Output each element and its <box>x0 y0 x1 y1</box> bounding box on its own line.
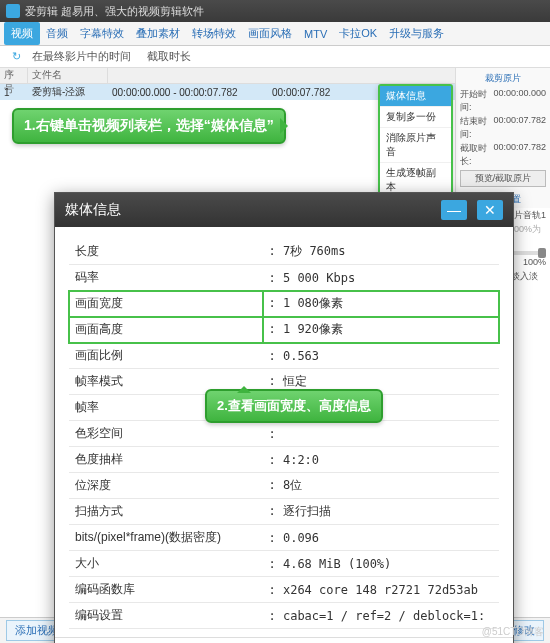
info-row: 画面宽度: 1 080像素 <box>69 291 499 317</box>
title-bar: 爱剪辑 超易用、强大的视频剪辑软件 <box>0 0 550 22</box>
info-row: 长度: 7秒 760ms <box>69 239 499 265</box>
info-row: 位深度: 8位 <box>69 473 499 499</box>
preview-trim-button[interactable]: 预览/截取原片 <box>460 170 546 187</box>
info-key: 编码设置 <box>69 603 263 629</box>
info-key: 色彩空间 <box>69 421 263 447</box>
info-key: 大小 <box>69 551 263 577</box>
subbar-label-time: 在最终影片中的时间 <box>24 49 139 64</box>
info-value: : 4.68 MiB (100%) <box>263 551 500 577</box>
info-value: : <box>263 421 500 447</box>
row-dur: 00:00:07.782 <box>272 87 330 98</box>
app-logo-icon <box>6 4 20 18</box>
end-value: 00:00:07.782 <box>493 115 546 141</box>
annotation-step2: 2.查看画面宽度、高度信息 <box>205 389 383 423</box>
tab-audio[interactable]: 音频 <box>40 26 74 41</box>
info-value: : x264 core 148 r2721 72d53ab <box>263 577 500 603</box>
info-row: 码率: 5 000 Kbps <box>69 265 499 291</box>
tab-mtv[interactable]: MTV <box>298 28 333 40</box>
minimize-icon[interactable]: — <box>441 200 467 220</box>
tab-subtitle[interactable]: 字幕特效 <box>74 26 130 41</box>
list-header: 序号 文件名 <box>0 68 455 84</box>
info-row: 色彩空间: <box>69 421 499 447</box>
info-value: : 7秒 760ms <box>263 239 500 265</box>
app-name: 爱剪辑 <box>25 4 58 19</box>
dialog-title: 媒体信息 <box>65 201 121 219</box>
info-key: 画面比例 <box>69 343 263 369</box>
section-trim-title: 裁剪原片 <box>460 72 546 85</box>
sub-toolbar: ↻ 在最终影片中的时间 截取时长 <box>0 46 550 68</box>
ctx-mute[interactable]: 消除原片声音 <box>380 128 451 163</box>
info-value: : 1 080像素 <box>263 291 500 317</box>
info-key: 编码函数库 <box>69 577 263 603</box>
video-list-panel: 序号 文件名 1 爱剪辑-泾源 00:00:00.000 - 00:00:07.… <box>0 68 455 208</box>
info-value: : 8位 <box>263 473 500 499</box>
row-num: 1 <box>4 87 32 98</box>
main-menu: 视频 音频 字幕特效 叠加素材 转场特效 画面风格 MTV 卡拉OK 升级与服务 <box>0 22 550 46</box>
tab-karaoke[interactable]: 卡拉OK <box>333 26 383 41</box>
close-icon[interactable]: ✕ <box>477 200 503 220</box>
start-label: 开始时间: <box>460 88 493 114</box>
dur-value: 00:00:07.782 <box>493 142 546 168</box>
row-name: 爱剪辑-泾源 <box>32 85 112 99</box>
info-row: 色度抽样: 4:2:0 <box>69 447 499 473</box>
info-key: 画面高度 <box>69 317 263 343</box>
info-key: 画面宽度 <box>69 291 263 317</box>
info-row: 大小: 4.68 MiB (100%) <box>69 551 499 577</box>
reload-icon[interactable]: ↻ <box>4 50 20 64</box>
ctx-media-info[interactable]: 媒体信息 <box>380 86 451 107</box>
info-value: : 逐行扫描 <box>263 499 500 525</box>
col-num: 序号 <box>0 68 28 83</box>
info-value: : 0.563 <box>263 343 500 369</box>
row-span: 00:00:00.000 - 00:00:07.782 <box>112 87 272 98</box>
info-value: : 1 920像素 <box>263 317 500 343</box>
info-row: bits/(pixel*frame)(数据密度): 0.096 <box>69 525 499 551</box>
info-key: 色度抽样 <box>69 447 263 473</box>
tab-style[interactable]: 画面风格 <box>242 26 298 41</box>
tab-video[interactable]: 视频 <box>4 22 40 45</box>
side-panel: 裁剪原片 开始时间:00:00:00.000 结束时间:00:00:07.782… <box>455 68 550 208</box>
info-key: 码率 <box>69 265 263 291</box>
dur-label: 截取时长: <box>460 142 493 168</box>
info-row: 编码设置: cabac=1 / ref=2 / deblock=1: <box>69 603 499 629</box>
watermark: @51CTO博客 <box>482 625 544 639</box>
media-info-dialog: 媒体信息 — ✕ 长度: 7秒 760ms码率: 5 000 Kbps画面宽度:… <box>54 192 514 643</box>
info-value: : cabac=1 / ref=2 / deblock=1: <box>263 603 500 629</box>
info-key: 扫描方式 <box>69 499 263 525</box>
dialog-titlebar: 媒体信息 — ✕ <box>55 193 513 227</box>
media-info-table: 长度: 7秒 760ms码率: 5 000 Kbps画面宽度: 1 080像素画… <box>69 239 499 629</box>
ctx-copy[interactable]: 复制多一份 <box>380 107 451 128</box>
col-name: 文件名 <box>28 68 108 83</box>
info-row: 编码函数库: x264 core 148 r2721 72d53ab <box>69 577 499 603</box>
info-row: 画面比例: 0.563 <box>69 343 499 369</box>
end-label: 结束时间: <box>460 115 493 141</box>
start-value: 00:00:00.000 <box>493 88 546 114</box>
tab-transition[interactable]: 转场特效 <box>186 26 242 41</box>
app-subtitle: 超易用、强大的视频剪辑软件 <box>61 4 204 19</box>
info-key: 位深度 <box>69 473 263 499</box>
info-value: : 0.096 <box>263 525 500 551</box>
annotation-step1: 1.右键单击视频列表栏，选择“媒体信息” <box>12 108 286 144</box>
subbar-label-dur: 截取时长 <box>139 49 199 64</box>
info-row: 画面高度: 1 920像素 <box>69 317 499 343</box>
info-key: 长度 <box>69 239 263 265</box>
info-value: : 5 000 Kbps <box>263 265 500 291</box>
info-row: 扫描方式: 逐行扫描 <box>69 499 499 525</box>
info-value: : 4:2:0 <box>263 447 500 473</box>
tab-overlay[interactable]: 叠加素材 <box>130 26 186 41</box>
tab-upgrade[interactable]: 升级与服务 <box>383 26 450 41</box>
info-key: bits/(pixel*frame)(数据密度) <box>69 525 263 551</box>
